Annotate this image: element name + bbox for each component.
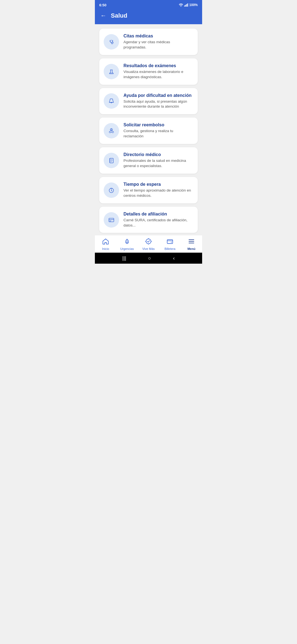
- clock-icon: [108, 186, 115, 194]
- back-button[interactable]: ←: [100, 13, 106, 19]
- card-desc-ayuda: Solicita aquí ayuda, si presentas algún …: [123, 99, 193, 110]
- lab-icon: [108, 68, 115, 75]
- menu-card-afiliacion[interactable]: Detalles de afiliación Carné SURA, certi…: [99, 207, 198, 233]
- card-icon: [108, 216, 115, 224]
- svg-rect-4: [187, 4, 187, 7]
- header: ← Salud: [95, 9, 202, 24]
- nav-label-inicio: Inicio: [102, 247, 109, 250]
- card-text-directorio: Directorio médico Profesionales de la sa…: [123, 152, 193, 169]
- vivemas-icon: [145, 238, 152, 246]
- svg-point-13: [112, 73, 112, 73]
- stethoscope-icon: [108, 38, 115, 46]
- svg-rect-34: [167, 240, 173, 244]
- card-desc-reembolso: Consulta, gestiona y realiza tu reclamac…: [123, 129, 193, 139]
- card-desc-directorio: Profesionales de la salud en medicina ge…: [123, 158, 193, 169]
- card-title-reembolso: Solicitar reembolso: [123, 122, 193, 127]
- card-icon-reembolso: [104, 123, 119, 138]
- card-title-afiliacion: Detalles de afiliación: [123, 212, 193, 217]
- card-desc-citas-medicas: Agendar y ver citas médicas programadas.: [123, 40, 193, 50]
- nav-item-vivemas[interactable]: Vive Más: [140, 238, 157, 250]
- home-icon: [102, 238, 109, 246]
- nav-item-billetera[interactable]: Billetera: [162, 238, 178, 250]
- status-bar: 6:50 100%: [95, 0, 202, 9]
- card-text-resultados: Resultados de exámenes Visualiza exámene…: [123, 63, 193, 80]
- card-title-resultados: Resultados de exámenes: [123, 63, 193, 68]
- svg-point-0: [181, 6, 182, 7]
- urgencias-icon: [123, 238, 131, 246]
- card-icon-resultados: [104, 64, 119, 79]
- svg-line-26: [111, 190, 112, 191]
- svg-point-12: [111, 73, 111, 73]
- directory-icon: [108, 157, 115, 164]
- main-content: Citas médicas Agendar y ver citas médica…: [95, 24, 202, 235]
- menu-card-citas-medicas[interactable]: Citas médicas Agendar y ver citas médica…: [99, 29, 198, 55]
- card-title-directorio: Directorio médico: [123, 152, 193, 157]
- nav-label-vivemas: Vive Más: [142, 247, 155, 250]
- card-text-reembolso: Solicitar reembolso Consulta, gestiona y…: [123, 122, 193, 139]
- card-icon-tiempo: [104, 182, 119, 198]
- android-recents-btn[interactable]: |||: [122, 255, 126, 261]
- menu-icon: [188, 238, 195, 246]
- svg-rect-5: [188, 3, 188, 7]
- nav-item-inicio[interactable]: Inicio: [97, 238, 114, 250]
- nav-label-billetera: Billetera: [164, 247, 175, 250]
- card-icon-afiliacion: [104, 212, 119, 228]
- signal-icon: [184, 3, 188, 7]
- menu-card-directorio[interactable]: Directorio médico Profesionales de la sa…: [99, 147, 198, 174]
- card-icon-citas-medicas: [104, 34, 119, 50]
- card-icon-directorio: [104, 153, 119, 168]
- svg-rect-1: [184, 6, 185, 7]
- bottom-nav: Inicio Urgencias Vive Más: [95, 235, 202, 253]
- menu-card-reembolso[interactable]: Solicitar reembolso Consulta, gestiona y…: [99, 118, 198, 144]
- card-text-afiliacion: Detalles de afiliación Carné SURA, certi…: [123, 212, 193, 228]
- wifi-icon: [179, 3, 183, 7]
- card-icon-ayuda: [104, 93, 119, 109]
- svg-point-6: [108, 38, 115, 45]
- alert-icon: [108, 97, 115, 105]
- nav-item-menu[interactable]: Menú: [183, 238, 200, 250]
- nav-item-urgencias[interactable]: Urgencias: [119, 238, 135, 250]
- android-back-btn[interactable]: ‹: [173, 255, 175, 261]
- card-text-ayuda: Ayuda por dificultad en atención Solicit…: [123, 93, 193, 110]
- card-desc-afiliacion: Carné SURA, certificados de afiliación, …: [123, 218, 193, 228]
- status-time: 6:50: [99, 3, 106, 7]
- menu-card-ayuda[interactable]: Ayuda por dificultad en atención Solicit…: [99, 88, 198, 114]
- page-title: Salud: [111, 12, 127, 19]
- svg-rect-3: [186, 4, 186, 7]
- svg-point-7: [113, 42, 114, 43]
- card-desc-resultados: Visualiza exámenes de laboratorio e imág…: [123, 69, 193, 80]
- card-desc-tiempo: Ver el tiempo aproximado de atención en …: [123, 188, 193, 198]
- card-text-tiempo: Tiempo de espera Ver el tiempo aproximad…: [123, 182, 193, 198]
- card-title-ayuda: Ayuda por dificultad en atención: [123, 93, 193, 98]
- svg-point-33: [146, 239, 151, 244]
- android-nav-bar: ||| ○ ‹: [95, 253, 202, 264]
- battery-text: 100%: [189, 3, 198, 7]
- menu-card-resultados[interactable]: Resultados de exámenes Visualiza exámene…: [99, 58, 198, 85]
- svg-point-35: [171, 242, 172, 243]
- card-title-citas-medicas: Citas médicas: [123, 34, 193, 39]
- card-text-citas-medicas: Citas médicas Agendar y ver citas médica…: [123, 34, 193, 50]
- status-icons: 100%: [179, 3, 198, 7]
- menu-card-tiempo[interactable]: Tiempo de espera Ver el tiempo aproximad…: [99, 177, 198, 203]
- android-home-btn[interactable]: ○: [148, 255, 151, 261]
- nav-label-urgencias: Urgencias: [120, 247, 134, 250]
- money-icon: [108, 127, 115, 135]
- nav-label-menu: Menú: [188, 247, 196, 250]
- card-title-tiempo: Tiempo de espera: [123, 182, 193, 187]
- billetera-icon: [166, 238, 174, 246]
- svg-rect-2: [185, 5, 186, 7]
